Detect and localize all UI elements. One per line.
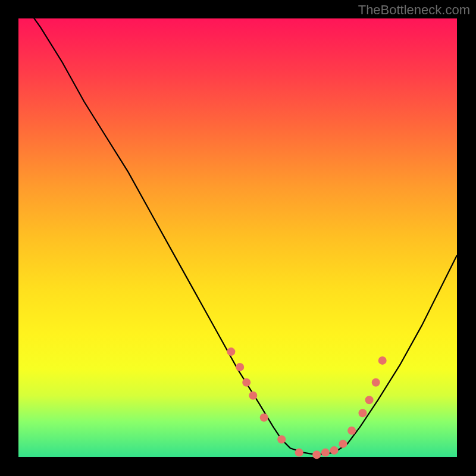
curve-marker <box>378 356 387 365</box>
curve-marker <box>330 446 339 455</box>
curve-marker <box>227 347 235 356</box>
curve-marker <box>236 363 244 371</box>
chart-svg <box>18 18 457 457</box>
curve-marker <box>347 427 356 435</box>
curve-marker <box>242 378 250 387</box>
curve-marker <box>365 396 374 404</box>
curve-marker <box>359 409 367 417</box>
curve-marker <box>295 449 303 457</box>
curve-markers <box>227 347 386 459</box>
curve-marker <box>372 378 380 387</box>
curve-marker <box>249 392 257 400</box>
watermark-text: TheBottleneck.com <box>358 2 470 18</box>
curve-marker <box>260 414 268 422</box>
bottleneck-curve <box>18 0 457 455</box>
curve-marker <box>321 449 330 457</box>
curve-marker <box>277 436 286 444</box>
curve-marker <box>312 450 321 459</box>
curve-marker <box>339 440 347 448</box>
